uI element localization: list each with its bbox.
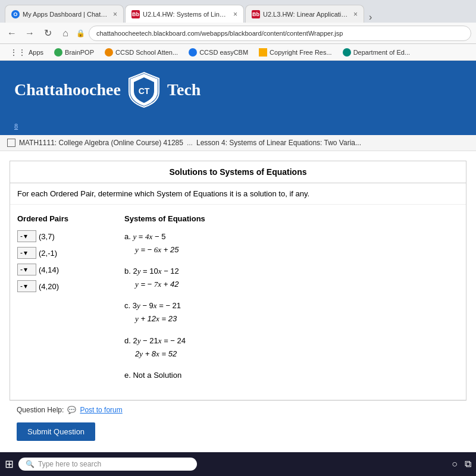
breadcrumb-course: MATH1111: College Algebra (Online Course…: [19, 139, 183, 147]
system-c-line1: c. 3y − 9x = − 21: [124, 299, 459, 312]
pair-3-value: -: [20, 265, 23, 274]
system-b: b. 2y = 10x − 12 y = − 7x + 42: [124, 265, 459, 291]
pair-2-label: (2,-1): [39, 249, 57, 258]
tab-3-label: U2.L3.HW: Linear Applications – ...: [263, 11, 348, 18]
apps-icon: ⋮⋮: [10, 48, 26, 57]
windows-start-icon[interactable]: ⊞: [5, 458, 14, 471]
pair-2-dropdown[interactable]: - ▾: [17, 247, 36, 259]
content-body: Ordered Pairs - ▾ (3,7) -: [10, 205, 466, 400]
pair-row-1: - ▾ (3,7): [17, 230, 124, 242]
system-e: e. Not a Solution: [124, 369, 459, 382]
copyright-icon: [259, 48, 267, 57]
system-b-line1: b. 2y = 10x − 12: [124, 265, 459, 278]
tab-1-label: My Apps Dashboard | Chattahoo...: [23, 11, 108, 18]
bookmark-dept-ed-label: Department of Ed...: [353, 49, 410, 56]
bookmark-ccsd-cbm-label: CCSD easyCBM: [199, 49, 248, 56]
more-tabs-btn[interactable]: ›: [365, 12, 375, 23]
system-d-line1: d. 2y − 21x = − 24: [124, 334, 459, 347]
system-a-label: a.: [124, 232, 133, 241]
system-c: c. 3y − 9x = − 21 y + 12x = 23: [124, 299, 459, 325]
ct-sub-bar: 8: [0, 119, 476, 135]
breadcrumb: MATH1111: College Algebra (Online Course…: [0, 135, 476, 151]
pair-1-value: -: [20, 232, 23, 240]
content-intro: For each Ordered Pair, determine which S…: [10, 183, 466, 205]
pair-row-4: - ▾ (4,20): [17, 280, 124, 292]
ct-sub-link[interactable]: 8: [14, 123, 18, 130]
ct-logo-right: Tech: [167, 80, 201, 99]
address-bar: ← → ↻ ⌂ 🔒: [0, 23, 476, 44]
two-col-layout: Ordered Pairs - ▾ (3,7) -: [17, 214, 459, 390]
pair-1-label: (3,7): [39, 232, 55, 241]
system-d-label: d.: [124, 336, 133, 345]
bookmark-copyright[interactable]: Copyright Free Res...: [254, 47, 337, 58]
breadcrumb-icon: [7, 139, 15, 147]
bookmark-ccsd-atten-label: CCSD School Atten...: [115, 49, 178, 56]
system-a-line1: a. y = 4x − 5: [124, 230, 459, 243]
bookmark-ccsd-atten[interactable]: CCSD School Atten...: [100, 47, 183, 58]
col-ordered-pairs: Ordered Pairs - ▾ (3,7) -: [17, 214, 124, 390]
question-help-bar: Question Help: 💬 Post to forum: [10, 400, 466, 419]
main-content: Solutions to Systems of Equations For ea…: [0, 151, 476, 452]
pair-4-dropdown[interactable]: - ▾: [17, 280, 36, 292]
pair-3-chevron-icon: ▾: [24, 265, 27, 274]
pair-3-dropdown[interactable]: - ▾: [17, 264, 36, 275]
content-title: Solutions to Systems of Equations: [10, 161, 466, 183]
bookmark-copyright-label: Copyright Free Res...: [270, 49, 332, 56]
system-c-label: c.: [124, 301, 133, 310]
tab-2-label: U2.L4.HW: Systems of Linear Equ...: [143, 11, 228, 18]
content-box: Solutions to Systems of Equations For ea…: [10, 161, 466, 400]
pair-3-label: (4,14): [39, 265, 59, 274]
system-a-line2: y = − 6x + 25: [135, 243, 459, 256]
tab-3-close[interactable]: ×: [353, 10, 358, 18]
search-icon: 🔍: [26, 460, 35, 468]
ccsd-atten-icon: [105, 48, 113, 57]
pair-4-label: (4,20): [39, 282, 59, 291]
system-e-line1: e. Not a Solution: [124, 369, 459, 382]
tab-bar: O My Apps Dashboard | Chattahoo... × Bb …: [0, 0, 476, 23]
bookmark-apps-label: Apps: [29, 49, 43, 56]
pair-1-dropdown[interactable]: - ▾: [17, 230, 36, 242]
cortana-icon[interactable]: ○: [452, 459, 458, 469]
tab-1-icon: O: [11, 10, 20, 18]
col-systems: Systems of Equations a. y = 4x − 5 y = −…: [124, 214, 459, 390]
tab-1-close[interactable]: ×: [113, 10, 117, 18]
pair-2-value: -: [20, 249, 23, 257]
task-view-icon[interactable]: ⧉: [465, 459, 471, 469]
taskbar-icons: ○ ⧉: [452, 459, 471, 469]
submit-question-button[interactable]: Submit Question: [17, 422, 95, 441]
tab-3-icon: Bb: [252, 10, 260, 18]
pair-1-chevron-icon: ▾: [24, 232, 27, 240]
system-b-label: b.: [124, 267, 133, 275]
brainpop-icon: [54, 48, 62, 57]
system-b-line2: y = − 7x + 42: [135, 278, 459, 291]
pair-row-3: - ▾ (4,14): [17, 264, 124, 275]
refresh-button[interactable]: ↻: [40, 26, 55, 40]
lock-icon: 🔒: [76, 29, 85, 37]
tab-2-close[interactable]: ×: [233, 10, 237, 18]
svg-text:CT: CT: [139, 86, 150, 96]
bookmark-apps[interactable]: ⋮⋮ Apps: [5, 46, 48, 58]
page-content: Chattahoochee CT Tech 8 MATH1111: Colleg…: [0, 61, 476, 452]
bookmark-brainpop[interactable]: BrainPOP: [49, 47, 99, 58]
col-left-header: Ordered Pairs: [17, 214, 124, 223]
tab-2[interactable]: Bb U2.L4.HW: Systems of Linear Equ... ×: [125, 5, 244, 23]
address-input[interactable]: [89, 26, 471, 41]
tab-1[interactable]: O My Apps Dashboard | Chattahoo... ×: [5, 5, 124, 23]
post-to-forum-link[interactable]: Post to forum: [80, 406, 122, 414]
ct-shield-logo: CT: [128, 71, 160, 108]
tab-3[interactable]: Bb U2.L3.HW: Linear Applications – ... ×: [245, 5, 364, 23]
question-help-label: Question Help:: [17, 406, 64, 414]
system-c-line2: y + 12x = 23: [135, 312, 459, 325]
bookmark-ccsd-cbm[interactable]: CCSD easyCBM: [184, 47, 253, 58]
taskbar-search-placeholder: Type here to search: [38, 460, 101, 468]
speech-icon: 💬: [67, 406, 76, 414]
forward-button[interactable]: →: [23, 26, 37, 40]
breadcrumb-dots[interactable]: ...: [187, 139, 193, 147]
system-d-line2: 2y + 8x = 52: [135, 347, 459, 361]
ct-logo-left: Chattahoochee: [14, 80, 121, 99]
back-button[interactable]: ←: [5, 26, 19, 40]
taskbar-search-bar[interactable]: 🔍 Type here to search: [18, 458, 197, 471]
home-button[interactable]: ⌂: [58, 26, 73, 40]
taskbar: ⊞ 🔍 Type here to search ○ ⧉: [0, 452, 476, 476]
bookmark-dept-ed[interactable]: Department of Ed...: [338, 47, 415, 58]
